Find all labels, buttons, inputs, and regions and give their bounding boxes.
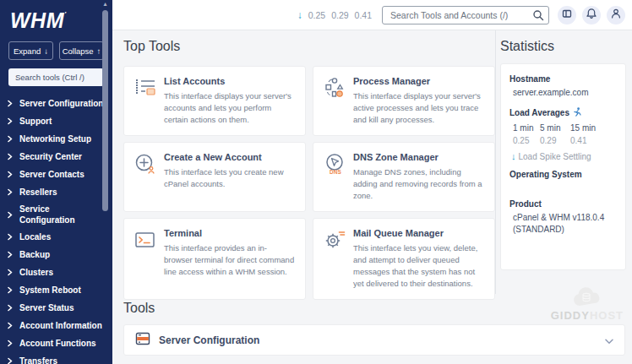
sidebar-item-networking-setup[interactable]: Networking Setup [0, 130, 112, 148]
sidebar-item-label: Server Contacts [19, 170, 84, 179]
sidebar-nav: Server Configuration Support Networking … [0, 95, 112, 364]
tool-card-description: This interface lets you create new cPane… [164, 166, 295, 190]
scrollbar-up-caret[interactable]: ▴ [102, 1, 108, 8]
load-trend-down-icon: ↓ [297, 9, 302, 21]
arrow-up-icon: ↑ [97, 46, 101, 56]
chevron-right-icon [8, 233, 13, 241]
sidebar-item-server-configuration[interactable]: Server Configuration [0, 95, 112, 112]
sidebar-item-account-information[interactable]: Account Information [0, 317, 112, 334]
load-value-15min: 0.41 [355, 10, 372, 20]
sidebar-item-account-functions[interactable]: Account Functions [0, 334, 112, 352]
sidebar-item-label: Networking Setup [19, 134, 91, 144]
statistics-card: Hostname server.example.com Load Average… [500, 63, 626, 270]
svg-text:DNS: DNS [330, 169, 341, 175]
tool-card-list-accounts[interactable]: List Accounts This interface displays yo… [123, 66, 306, 136]
top-bar: ↓ 0.25 0.29 0.41 [112, 0, 632, 30]
statistics-title: Statistics [500, 39, 626, 54]
load-spike-status: ↓ Load Spike Settling [511, 151, 617, 161]
sidebar-item-label: System Reboot [19, 285, 81, 295]
tools-group-label: Server Configuration [159, 334, 605, 346]
tool-card-title[interactable]: DNS Zone Manager [353, 152, 484, 162]
tool-card-process-manager[interactable]: Process Manager This interface displays … [313, 66, 495, 136]
expand-button[interactable]: Expand ↓ [8, 41, 53, 60]
load-value-1min: 0.25 [308, 10, 325, 20]
sidebar-search-input[interactable] [8, 68, 104, 86]
tool-card-dns-zone-manager[interactable]: DNS DNS Zone Manager Manage DNS zones, i… [313, 142, 495, 212]
sidebar-item-server-contacts[interactable]: Server Contacts [0, 166, 112, 183]
tool-card-title[interactable]: Create a New Account [164, 152, 295, 162]
sidebar-scrollbar[interactable] [102, 10, 108, 211]
bell-icon [586, 8, 597, 22]
chevron-right-icon [8, 251, 13, 258]
server-configuration-icon [135, 331, 150, 350]
sidebar-item-resellers[interactable]: Resellers [0, 183, 112, 201]
sidebar-item-security-center[interactable]: Security Center [0, 148, 112, 166]
notifications-button[interactable] [582, 6, 601, 24]
tool-card-title[interactable]: Mail Queue Manager [353, 228, 484, 238]
expand-label: Expand [14, 46, 41, 56]
sidebar-item-label: Support [19, 117, 52, 126]
tool-card-title[interactable]: List Accounts [164, 76, 295, 86]
sidebar-item-label: Account Information [19, 321, 102, 330]
load-activity-icon [573, 107, 581, 118]
chevron-right-icon [8, 211, 13, 219]
stats-divider [495, 30, 496, 294]
load-averages-label: Load Averages [509, 108, 569, 117]
sidebar-item-label: Clusters [19, 268, 53, 277]
apps-button[interactable] [558, 6, 576, 24]
tools-title: Tools [123, 301, 155, 316]
product-label: Product [509, 199, 617, 209]
sidebar: WHMʼ Expand ↓ Collapse ↑ Server Configur… [0, 0, 112, 364]
tool-card-title[interactable]: Terminal [164, 228, 295, 238]
chevron-right-icon [8, 304, 13, 312]
chevron-right-icon [8, 135, 13, 143]
top-tools-title: Top Tools [123, 39, 180, 54]
tool-card-description: This interface displays your server's ac… [164, 90, 295, 126]
sidebar-item-clusters[interactable]: Clusters [0, 263, 112, 281]
sidebar-item-support[interactable]: Support [0, 112, 112, 130]
sidebar-item-service-configuration[interactable]: Service Configuration [0, 201, 112, 228]
sidebar-item-system-reboot[interactable]: System Reboot [0, 281, 112, 299]
chevron-right-icon [8, 117, 13, 125]
tools-group-server-configuration[interactable]: Server Configuration [123, 324, 625, 356]
sidebar-item-backup[interactable]: Backup [0, 246, 112, 263]
giddyhost-watermark: GIDDYHOST [551, 287, 624, 321]
tool-card-mail-queue-manager[interactable]: Mail Queue Manager This interface lets y… [313, 218, 495, 300]
sidebar-item-label: Transfers [19, 356, 57, 364]
sidebar-item-transfers[interactable]: Transfers [0, 352, 112, 364]
hostname-label: Hostname [509, 74, 617, 84]
sidebar-item-label: Resellers [19, 187, 57, 197]
chevron-right-icon [8, 340, 13, 347]
collapse-button[interactable]: Collapse ↑ [59, 41, 104, 60]
sidebar-item-server-status[interactable]: Server Status [0, 299, 112, 317]
main-content: Top Tools List Accounts This interface d… [112, 30, 632, 364]
chevron-right-icon [8, 171, 13, 178]
sidebar-item-label: Account Functions [19, 339, 96, 348]
tool-card-description: This interface lets you view, delete, an… [353, 242, 484, 290]
hostname-value: server.example.com [513, 87, 617, 99]
chevron-down-icon[interactable] [605, 333, 613, 348]
sidebar-item-label: Security Center [19, 152, 82, 161]
load-values-row: 0.250.290.41 [513, 136, 617, 145]
dns-zone-icon: DNS [324, 152, 346, 202]
tool-card-title[interactable]: Process Manager [353, 76, 484, 86]
load-trend-down-icon: ↓ [511, 151, 516, 161]
collapse-label: Collapse [63, 46, 94, 56]
tool-card-terminal[interactable]: Terminal This interface provides an in-b… [123, 218, 306, 300]
user-icon [610, 8, 622, 22]
product-value: cPanel & WHM v118.0.4 (STANDARD) [513, 212, 617, 236]
process-manager-icon [324, 76, 346, 126]
cloud-icon [569, 296, 605, 310]
terminal-icon [134, 228, 156, 290]
chevron-right-icon [8, 357, 13, 364]
sidebar-item-locales[interactable]: Locales [0, 228, 112, 246]
user-button[interactable] [607, 6, 625, 24]
search-icon[interactable] [532, 9, 544, 24]
tool-card-description: This interface provides an in-browser te… [164, 242, 295, 278]
apps-icon [561, 8, 573, 22]
tool-card-create-account[interactable]: Create a New Account This interface lets… [123, 142, 306, 212]
global-search-input[interactable] [382, 6, 549, 24]
load-minutes-row: 1 min5 min15 min [513, 123, 617, 133]
sidebar-item-label: Backup [19, 250, 50, 259]
chevron-right-icon [8, 153, 13, 160]
